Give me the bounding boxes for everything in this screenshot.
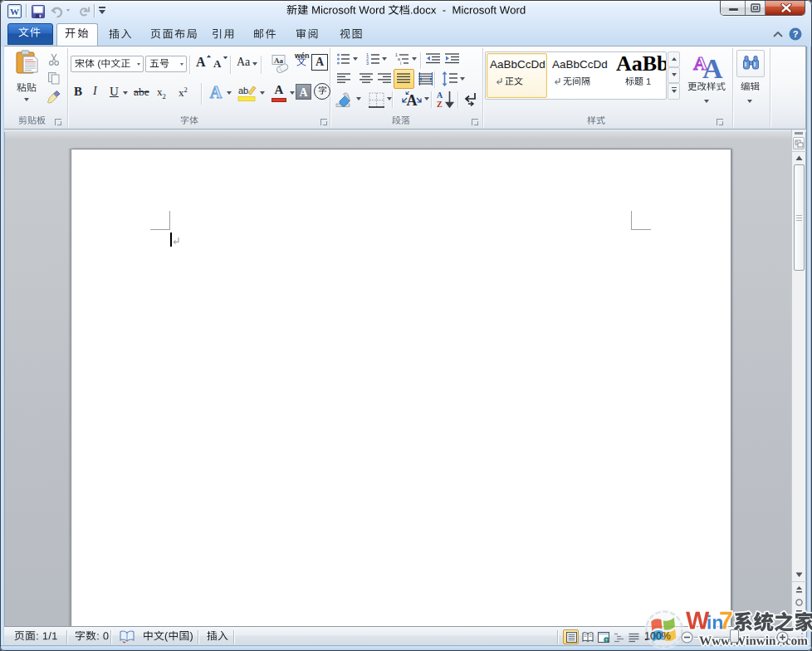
svg-text:W: W bbox=[10, 7, 19, 17]
svg-text:3: 3 bbox=[366, 61, 369, 66]
svg-text:i: i bbox=[400, 61, 401, 66]
svg-text:?: ? bbox=[793, 29, 799, 39]
svg-text:A: A bbox=[407, 92, 418, 109]
svg-text:A: A bbox=[210, 83, 223, 101]
svg-text:A: A bbox=[437, 91, 443, 100]
svg-text:Aa: Aa bbox=[274, 56, 283, 65]
svg-text:Z: Z bbox=[437, 100, 443, 109]
svg-text:ab: ab bbox=[238, 86, 248, 95]
svg-text:A: A bbox=[702, 53, 723, 80]
